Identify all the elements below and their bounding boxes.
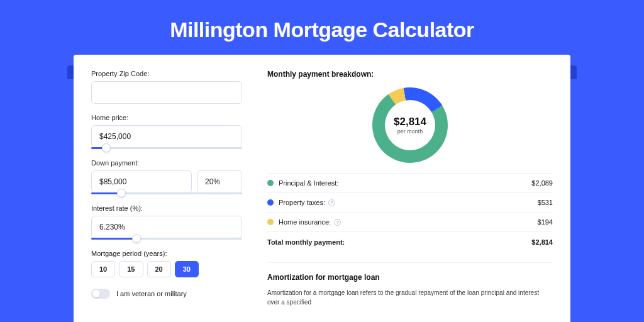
breakdown-row-insurance: Home insurance: ? $194 [267, 212, 553, 231]
donut-center: $2,814 per month [385, 100, 435, 150]
interest-rate-field: Interest rate (%): [91, 204, 242, 240]
down-payment-slider[interactable] [91, 192, 242, 194]
home-price-field: Home price: [91, 114, 242, 149]
home-price-slider[interactable] [91, 147, 242, 149]
row-label: Home insurance: ? [279, 218, 538, 226]
down-payment-percent-input[interactable] [197, 170, 242, 193]
breakdown-row-taxes: Property taxes: ? $531 [267, 192, 553, 212]
info-icon[interactable]: ? [334, 219, 341, 226]
slider-thumb-icon[interactable] [102, 143, 111, 152]
interest-rate-input[interactable] [91, 216, 242, 238]
zip-input[interactable] [91, 81, 242, 104]
row-value: $194 [538, 218, 553, 226]
amortization-section: Amortization for mortgage loan Amortizat… [267, 262, 553, 307]
donut-value: $2,814 [394, 116, 426, 128]
toggle-knob-icon [92, 290, 100, 297]
total-value: $2,814 [531, 238, 553, 246]
slider-thumb-icon[interactable] [117, 189, 126, 197]
dot-icon [267, 180, 274, 186]
dot-icon [267, 199, 274, 206]
period-btn-15[interactable]: 15 [119, 261, 143, 277]
zip-field: Property Zip Code: [91, 70, 242, 104]
down-payment-label: Down payment: [91, 159, 242, 167]
amortization-text: Amortization for a mortgage loan refers … [267, 288, 553, 307]
breakdown-column: Monthly payment breakdown: $2,814 per mo… [267, 70, 553, 307]
donut-chart-wrap: $2,814 per month [267, 87, 553, 163]
mortgage-period-label: Mortgage period (years): [91, 250, 242, 257]
breakdown-row-principal: Principal & Interest: $2,089 [267, 173, 553, 192]
period-btn-20[interactable]: 20 [147, 261, 171, 277]
home-price-label: Home price: [91, 114, 242, 121]
interest-rate-slider[interactable] [91, 238, 242, 240]
amortization-heading: Amortization for mortgage loan [267, 273, 553, 282]
veteran-label: I am veteran or military [116, 290, 187, 297]
period-button-group: 10 15 20 30 [91, 261, 242, 277]
interest-rate-label: Interest rate (%): [91, 204, 242, 212]
period-btn-10[interactable]: 10 [91, 261, 115, 277]
veteran-toggle[interactable] [91, 289, 110, 299]
row-label: Property taxes: ? [279, 199, 538, 206]
breakdown-row-total: Total monthly payment: $2,814 [267, 231, 553, 252]
inputs-column: Property Zip Code: Home price: Down paym… [91, 70, 242, 307]
home-price-input[interactable] [91, 125, 242, 148]
row-value: $531 [538, 199, 553, 206]
down-payment-amount-input[interactable] [91, 170, 192, 193]
calculator-card: Property Zip Code: Home price: Down paym… [74, 55, 570, 322]
period-btn-30[interactable]: 30 [175, 261, 199, 277]
page-title: Millington Mortgage Calculator [0, 0, 644, 55]
row-value: $2,089 [531, 179, 553, 187]
total-label: Total monthly payment: [267, 238, 531, 246]
donut-chart: $2,814 per month [357, 72, 462, 177]
breakdown-heading: Monthly payment breakdown: [267, 70, 553, 79]
info-icon[interactable]: ? [328, 199, 335, 206]
mortgage-period-field: Mortgage period (years): 10 15 20 30 [91, 250, 242, 277]
dot-icon [267, 219, 274, 225]
zip-label: Property Zip Code: [91, 70, 242, 77]
donut-sub: per month [397, 128, 423, 135]
veteran-toggle-row: I am veteran or military [91, 289, 242, 299]
row-label: Principal & Interest: [279, 179, 531, 187]
down-payment-field: Down payment: [91, 159, 242, 194]
slider-thumb-icon[interactable] [132, 234, 141, 243]
